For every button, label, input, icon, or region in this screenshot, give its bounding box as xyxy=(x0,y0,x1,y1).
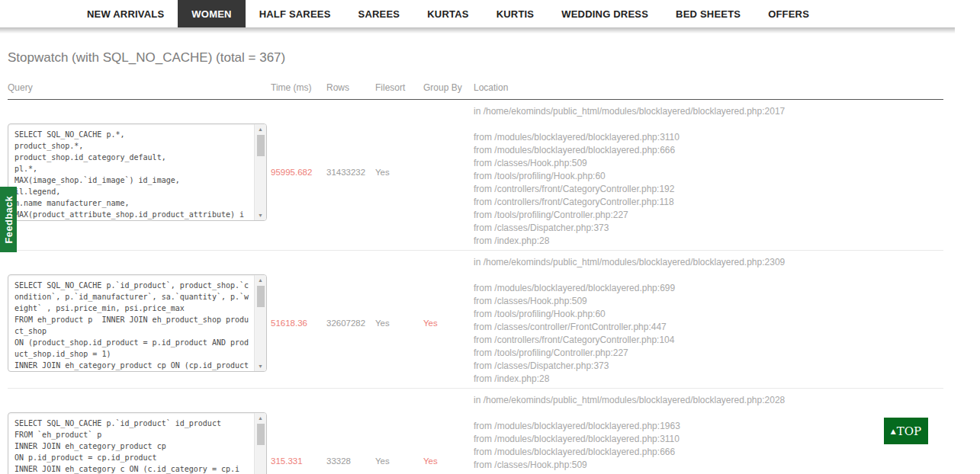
location-from-line: from /classes/Dispatcher.php:373 xyxy=(474,360,943,373)
textarea-scrollbar[interactable]: ▲ ▼ xyxy=(254,275,266,371)
location-cell: in /home/ekominds/public_html/modules/bl… xyxy=(474,256,943,386)
location-from-line: from /index.php:28 xyxy=(474,373,943,386)
sql-query-text: SELECT SQL_NO_CACHE p.`id_product`, prod… xyxy=(8,275,254,371)
top-button-label: TOP xyxy=(897,424,921,438)
time-cell: 95995.682 xyxy=(271,105,326,248)
groupby-cell: Yes xyxy=(423,394,474,474)
nav-item-new-arrivals[interactable]: NEW ARRIVALS xyxy=(73,0,178,27)
location-from-line: from /controllers/front/CategoryControll… xyxy=(474,183,943,196)
groupby-cell: Yes xyxy=(423,256,474,386)
location-from-line: from /classes/Hook.php:509 xyxy=(474,459,943,472)
location-from-line: from /modules/blocklayered/blocklayered.… xyxy=(474,446,943,459)
rows-value: 31433232 xyxy=(326,168,365,177)
location-cell: in /home/ekominds/public_html/modules/bl… xyxy=(474,394,943,474)
sql-query-textarea[interactable]: SELECT SQL_NO_CACHE p.`id_product`, prod… xyxy=(8,274,267,372)
filesort-cell: Yes xyxy=(375,256,423,386)
feedback-tab[interactable]: Feedback xyxy=(0,187,17,252)
column-header-location: Location xyxy=(474,82,943,93)
location-cell: in /home/ekominds/public_html/modules/bl… xyxy=(474,105,943,248)
table-row: SELECT SQL_NO_CACHE p.*, product_shop.*,… xyxy=(8,100,943,251)
location-from-lines: from /modules/blocklayered/blocklayered.… xyxy=(474,131,943,248)
query-cell: SELECT SQL_NO_CACHE p.`id_product` id_pr… xyxy=(8,394,271,474)
scrollbar-thumb[interactable] xyxy=(257,286,265,307)
scroll-up-icon[interactable]: ▲ xyxy=(258,414,263,422)
nav-item-bed-sheets[interactable]: BED SHEETS xyxy=(662,0,754,27)
main-navigation: NEW ARRIVALSWOMENHALF SAREESSAREESKURTAS… xyxy=(0,0,980,27)
query-cell: SELECT SQL_NO_CACHE p.`id_product`, prod… xyxy=(8,256,271,386)
rows-cell: 32607282 xyxy=(326,256,375,386)
scrollbar-thumb[interactable] xyxy=(257,424,265,445)
location-from-line: from /classes/controller/FrontController… xyxy=(474,321,943,334)
location-from-lines: from /modules/blocklayered/blocklayered.… xyxy=(474,282,943,386)
nav-item-sarees[interactable]: SAREES xyxy=(345,0,414,27)
rows-value: 33328 xyxy=(326,456,351,466)
nav-bottom-shadow xyxy=(0,27,955,34)
time-value: 51618.36 xyxy=(271,319,307,328)
nav-item-kurtis[interactable]: KURTIS xyxy=(483,0,548,27)
textarea-scrollbar[interactable]: ▲ ▼ xyxy=(254,124,266,220)
textarea-scrollbar[interactable]: ▲ ▼ xyxy=(254,413,266,474)
scrollbar-thumb[interactable] xyxy=(257,135,265,156)
time-cell: 315.331 xyxy=(271,394,326,474)
location-from-line: from /classes/Dispatcher.php:373 xyxy=(474,222,943,235)
location-from-lines: from /modules/blocklayered/blocklayered.… xyxy=(474,420,943,474)
table-row: SELECT SQL_NO_CACHE p.`id_product` id_pr… xyxy=(8,389,943,474)
column-header-filesort: Filesort xyxy=(375,82,423,93)
scroll-down-icon[interactable]: ▼ xyxy=(258,362,263,370)
column-header-groupby: Group By xyxy=(423,82,474,93)
query-rows: SELECT SQL_NO_CACHE p.*, product_shop.*,… xyxy=(8,100,943,474)
location-from-line: from /classes/Hook.php:509 xyxy=(474,157,943,170)
feedback-tab-label: Feedback xyxy=(3,196,14,243)
location-from-line: from /modules/blocklayered/blocklayered.… xyxy=(474,144,943,157)
location-from-line: from /modules/blocklayered/blocklayered.… xyxy=(474,420,943,433)
groupby-value: Yes xyxy=(423,456,438,466)
filesort-cell: Yes xyxy=(375,394,423,474)
groupby-value: Yes xyxy=(423,319,438,328)
profiler-content: Stopwatch (with SQL_NO_CACHE) (total = 3… xyxy=(0,50,980,474)
column-header-query: Query xyxy=(8,82,271,93)
time-cell: 51618.36 xyxy=(271,256,326,386)
location-in-line: in /home/ekominds/public_html/modules/bl… xyxy=(474,394,943,407)
location-in-line: in /home/ekominds/public_html/modules/bl… xyxy=(474,256,943,269)
column-header-time: Time (ms) xyxy=(271,82,326,93)
nav-item-women[interactable]: WOMEN xyxy=(178,0,245,27)
nav-item-wedding-dress[interactable]: WEDDING DRESS xyxy=(548,0,662,27)
nav-item-kurtas[interactable]: KURTAS xyxy=(413,0,482,27)
rows-cell: 33328 xyxy=(326,394,375,474)
location-from-line: from /modules/blocklayered/blocklayered.… xyxy=(474,433,943,446)
scroll-to-top-button[interactable]: ▲ TOP xyxy=(884,418,928,444)
filesort-cell: Yes xyxy=(375,105,423,248)
location-from-line: from /tools/profiling/Hook.php:60 xyxy=(474,308,943,321)
location-from-line: from /tools/profiling/Controller.php:227 xyxy=(474,347,943,360)
location-from-line: from /controllers/front/CategoryControll… xyxy=(474,196,943,209)
page-title: Stopwatch (with SQL_NO_CACHE) (total = 3… xyxy=(8,50,943,66)
location-from-line: from /tools/profiling/Controller.php:227 xyxy=(474,209,943,222)
location-from-line: from /tools/profiling/Hook.php:60 xyxy=(474,170,943,183)
sql-query-textarea[interactable]: SELECT SQL_NO_CACHE p.`id_product` id_pr… xyxy=(8,412,267,474)
filesort-value: Yes xyxy=(375,319,390,328)
rows-cell: 31433232 xyxy=(326,105,375,248)
location-from-line: from /modules/blocklayered/blocklayered.… xyxy=(474,131,943,144)
location-in-line: in /home/ekominds/public_html/modules/bl… xyxy=(474,105,943,118)
location-from-line: from /index.php:28 xyxy=(474,235,943,248)
location-from-line: from /modules/blocklayered/blocklayered.… xyxy=(474,282,943,295)
groupby-cell xyxy=(423,105,474,248)
scroll-down-icon[interactable]: ▼ xyxy=(258,211,263,219)
sql-query-text: SELECT SQL_NO_CACHE p.`id_product` id_pr… xyxy=(8,413,254,474)
column-header-rows: Rows xyxy=(326,82,375,93)
query-cell: SELECT SQL_NO_CACHE p.*, product_shop.*,… xyxy=(8,105,271,248)
location-from-line: from /classes/Hook.php:509 xyxy=(474,295,943,308)
sql-query-text: SELECT SQL_NO_CACHE p.*, product_shop.*,… xyxy=(8,124,254,220)
time-value: 315.331 xyxy=(271,456,303,466)
filesort-value: Yes xyxy=(375,456,390,466)
nav-item-offers[interactable]: OFFERS xyxy=(754,0,823,27)
scroll-up-icon[interactable]: ▲ xyxy=(258,125,263,133)
scroll-up-icon[interactable]: ▲ xyxy=(258,276,263,284)
caret-up-icon: ▲ xyxy=(891,428,896,435)
sql-query-textarea[interactable]: SELECT SQL_NO_CACHE p.*, product_shop.*,… xyxy=(8,123,267,221)
rows-value: 32607282 xyxy=(326,319,365,328)
table-header-row: Query Time (ms) Rows Filesort Group By L… xyxy=(8,82,943,100)
time-value: 95995.682 xyxy=(271,168,312,177)
location-from-line: from /controllers/front/CategoryControll… xyxy=(474,334,943,347)
nav-item-half-sarees[interactable]: HALF SAREES xyxy=(246,0,345,27)
